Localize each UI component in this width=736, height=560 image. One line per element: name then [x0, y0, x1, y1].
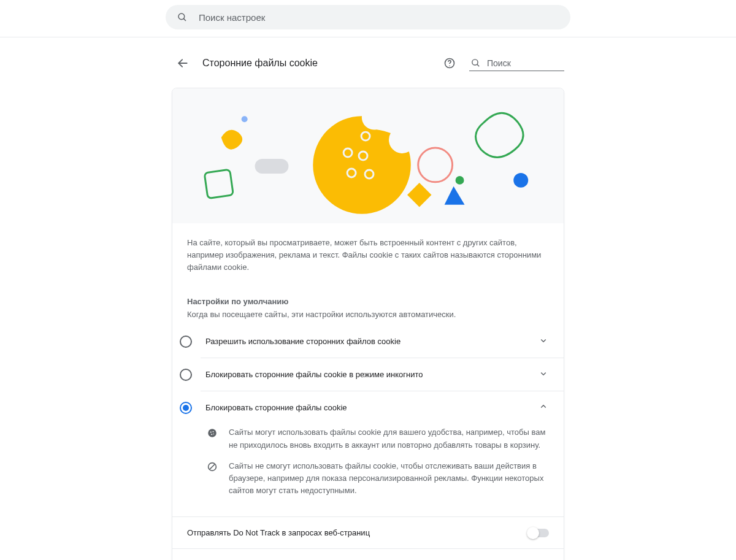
radio-unselected[interactable]	[180, 336, 192, 348]
svg-point-23	[211, 434, 212, 435]
svg-point-13	[242, 116, 248, 122]
svg-line-1	[183, 18, 186, 21]
svg-point-15	[418, 148, 453, 182]
detail-text: Сайты не смогут использовать файлы cooki…	[229, 460, 549, 497]
radio-unselected[interactable]	[180, 369, 192, 381]
page-header: Сторонние файлы cookie Поиск	[172, 48, 564, 78]
settings-card: На сайте, который вы просматриваете, мож…	[172, 88, 564, 560]
option-label: Разрешить использование сторонних файлов…	[205, 337, 538, 346]
svg-point-21	[210, 432, 212, 433]
page-title: Сторонние файлы cookie	[202, 58, 430, 69]
preload-pages-row[interactable]: Предзагрузка страниц Стандартная предзаг…	[172, 548, 564, 560]
block-icon	[207, 460, 219, 497]
arrow-left-icon	[177, 57, 189, 69]
help-icon	[443, 57, 456, 69]
option-label: Блокировать сторонние файлы cookie	[205, 403, 538, 412]
defaults-sub: Когда вы посещаете сайты, эти настройки …	[172, 310, 564, 325]
svg-point-20	[208, 429, 217, 438]
svg-line-26	[210, 464, 215, 469]
option-expanded-details: Сайты могут использовать файлы cookie дл…	[172, 424, 564, 516]
svg-point-18	[456, 176, 464, 185]
page-search-input[interactable]: Поиск	[469, 55, 564, 71]
intro-text: На сайте, который вы просматриваете, мож…	[172, 223, 564, 278]
svg-line-6	[477, 64, 479, 66]
svg-rect-16	[407, 183, 431, 207]
detail-text: Сайты могут использовать файлы cookie дл…	[229, 426, 549, 451]
chevron-down-icon[interactable]	[538, 368, 549, 381]
option-label: Блокировать сторонние файлы cookie в реж…	[205, 370, 538, 379]
radio-selected[interactable]	[180, 402, 192, 414]
svg-point-19	[513, 173, 528, 188]
option-block-third-party[interactable]: Блокировать сторонние файлы cookie	[201, 391, 564, 424]
search-icon	[177, 12, 188, 23]
back-button[interactable]	[172, 52, 194, 74]
svg-rect-12	[204, 169, 233, 198]
chevron-up-icon[interactable]	[538, 401, 549, 414]
svg-rect-14	[255, 159, 289, 174]
svg-point-0	[178, 13, 185, 20]
chevron-down-icon[interactable]	[538, 335, 549, 348]
row-label: Отправлять Do Not Track в запросах веб-с…	[187, 528, 528, 537]
svg-point-24	[213, 434, 214, 435]
option-block-incognito[interactable]: Блокировать сторонние файлы cookie в реж…	[201, 358, 564, 391]
do-not-track-row[interactable]: Отправлять Do Not Track в запросах веб-с…	[172, 516, 564, 548]
defaults-label: Настройки по умолчанию	[172, 278, 564, 310]
settings-top-search-bar: Поиск настроек	[0, 0, 736, 37]
toggle-off[interactable]	[528, 529, 549, 537]
search-icon	[470, 58, 481, 68]
option-allow-third-party[interactable]: Разрешить использование сторонних файлов…	[201, 325, 564, 358]
help-button[interactable]	[439, 52, 461, 74]
svg-point-5	[472, 59, 478, 65]
cookie-icon	[207, 426, 219, 451]
svg-point-22	[213, 431, 214, 432]
svg-marker-17	[445, 186, 465, 205]
settings-search-input[interactable]: Поиск настроек	[166, 5, 570, 29]
settings-search-placeholder: Поиск настроек	[199, 12, 265, 23]
page-search-placeholder: Поиск	[487, 58, 511, 68]
svg-point-4	[449, 65, 450, 66]
hero-illustration	[172, 88, 564, 223]
